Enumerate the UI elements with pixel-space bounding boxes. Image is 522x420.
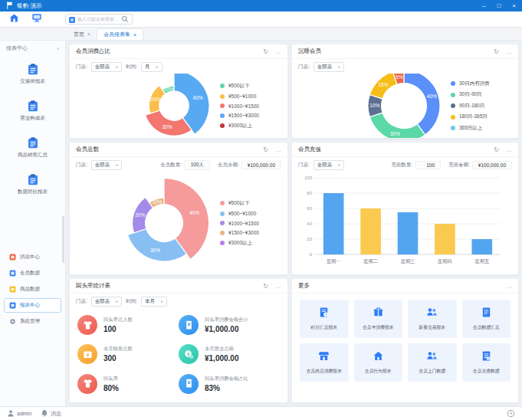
clipboard-icon bbox=[27, 100, 39, 113]
legend-item[interactable]: ¥1500~¥3000 bbox=[220, 113, 281, 118]
legend-item[interactable]: 30日内有消费 bbox=[451, 80, 512, 87]
bar-星期四[interactable] bbox=[435, 224, 455, 254]
report-tile[interactable]: 积分汇总报表 bbox=[300, 300, 349, 338]
report-tile-label: 积分汇总报表 bbox=[310, 324, 337, 331]
sidebar-scrollbar[interactable] bbox=[62, 215, 64, 263]
store-select[interactable]: 全部店▼ bbox=[314, 160, 344, 170]
legend-item[interactable]: ¥1000~¥1500 bbox=[220, 221, 281, 226]
legend-item[interactable]: ¥1000~¥1500 bbox=[220, 103, 281, 109]
store-select[interactable]: 全部店▼ bbox=[314, 62, 344, 72]
legend-item[interactable]: 365日以上 bbox=[451, 125, 512, 132]
member-recharge-bar-chart[interactable]: 020406080100星期一星期二星期三星期四星期五 bbox=[295, 172, 507, 268]
legend-item[interactable]: 30日-90日 bbox=[451, 91, 512, 98]
legend-label: 90日-180日 bbox=[459, 103, 484, 110]
store-select[interactable]: 月▼ bbox=[141, 62, 162, 72]
bar-星期三[interactable] bbox=[398, 212, 419, 254]
more-icon[interactable]: … bbox=[506, 48, 512, 55]
messages-group[interactable]: 消息 bbox=[41, 409, 61, 418]
messages-label: 消息 bbox=[51, 410, 61, 418]
pie-slice-label: 30% bbox=[150, 248, 160, 253]
stat-card-value: ¥1,000.00 bbox=[205, 325, 248, 333]
report-tile[interactable]: 新客交易报表 bbox=[408, 300, 457, 338]
panel-filters: 门店:全部店▼会员数量:100人会员余额:¥100,000.00 bbox=[70, 157, 287, 172]
more-icon[interactable]: … bbox=[275, 146, 281, 153]
legend-dot-icon bbox=[220, 103, 225, 108]
select-value: 全部店 bbox=[95, 298, 110, 305]
bar-星期五[interactable] bbox=[471, 239, 492, 254]
legend-item[interactable]: ¥3000以上 bbox=[220, 123, 281, 130]
panel-title: 会员总数 bbox=[76, 146, 99, 153]
refresh-icon[interactable]: ↻ bbox=[263, 146, 268, 153]
store-select[interactable]: 全部店▼ bbox=[91, 62, 122, 72]
tab-member-reports[interactable]: 会员报表集 × bbox=[97, 28, 143, 40]
sidebar-report-item[interactable]: 商品销售汇总 bbox=[18, 136, 48, 159]
legend-item[interactable]: 90日-180日 bbox=[451, 103, 512, 110]
pie-slice[interactable] bbox=[404, 74, 440, 135]
legend-item[interactable]: ¥1500~¥3000 bbox=[220, 230, 281, 235]
legend-item[interactable]: ¥500~¥1000 bbox=[220, 94, 281, 99]
sidebar-report-item[interactable]: 营业构成表 bbox=[20, 100, 45, 122]
more-icon[interactable]: … bbox=[506, 146, 512, 153]
refresh-icon[interactable]: ↻ bbox=[494, 146, 499, 153]
search-input[interactable]: 输入功能名称搜索… bbox=[65, 14, 133, 25]
report-tile[interactable]: ¥会员充值数据 bbox=[462, 343, 511, 382]
tab-close-icon[interactable]: × bbox=[87, 31, 90, 37]
refresh-icon[interactable]: ↻ bbox=[263, 283, 268, 290]
more-icon[interactable]: … bbox=[275, 48, 281, 55]
member-consume-donut-chart[interactable]: 40%30%20%10% bbox=[137, 74, 211, 138]
stat-value: 100人 bbox=[184, 160, 210, 170]
monitor-icon[interactable] bbox=[31, 12, 42, 26]
clock-icon[interactable] bbox=[507, 409, 515, 418]
legend-item[interactable]: 180日-365日 bbox=[451, 113, 512, 120]
bar-星期二[interactable] bbox=[360, 208, 381, 254]
user-group[interactable]: admin bbox=[7, 409, 31, 418]
home-icon[interactable] bbox=[9, 12, 19, 26]
clipboard-icon bbox=[27, 63, 39, 75]
collapse-icon[interactable]: ‹ bbox=[57, 45, 59, 52]
minimize-button[interactable]: – bbox=[482, 3, 485, 9]
search-icon[interactable] bbox=[121, 12, 129, 26]
gear-icon bbox=[9, 318, 16, 325]
tshirt-icon bbox=[82, 378, 94, 389]
sidebar-item-4[interactable]: 系统管理 bbox=[4, 314, 61, 329]
tab-close-icon[interactable]: × bbox=[133, 32, 136, 38]
store-select[interactable]: 全部店▼ bbox=[91, 297, 122, 307]
more-icon[interactable]: … bbox=[275, 283, 281, 290]
more-icon[interactable]: … bbox=[506, 283, 512, 290]
close-button[interactable]: × bbox=[512, 3, 516, 9]
sleeping-members-donut-chart[interactable]: 40%30%10%15%5% bbox=[366, 74, 442, 138]
sidebar-item-0[interactable]: 消息中心 bbox=[4, 250, 61, 264]
report-tile[interactable]: 会员跨店消费报表 bbox=[300, 343, 349, 382]
sidebar-item-2[interactable]: 商品数据 bbox=[4, 282, 61, 297]
tab-home[interactable]: 首页 × bbox=[67, 28, 97, 40]
search-app-icon bbox=[69, 12, 75, 26]
legend-item[interactable]: ¥500以下 bbox=[220, 200, 281, 207]
bar-星期一[interactable] bbox=[323, 193, 344, 254]
stat-value: ¥100,000.00 bbox=[241, 161, 281, 169]
y-tick-label: 40 bbox=[307, 221, 312, 226]
sidebar-report-item[interactable]: 交接班报表 bbox=[20, 63, 45, 85]
clipboard-icon bbox=[27, 173, 39, 186]
legend-item[interactable]: ¥500~¥1000 bbox=[220, 211, 281, 216]
report-tile[interactable]: 会员数据汇总 bbox=[462, 300, 511, 338]
sidebar-report-item[interactable]: 数据对比报表 bbox=[18, 173, 48, 195]
report-tile[interactable]: 会员卡消费报表 bbox=[354, 300, 403, 338]
maximize-button[interactable]: □ bbox=[497, 3, 501, 9]
sidebar-item-1[interactable]: 会员数据 bbox=[4, 266, 61, 281]
stat-card-label: 回头率消费金额合计 bbox=[205, 317, 248, 323]
member-total-donut-chart[interactable]: 40%30%20%10% bbox=[117, 176, 211, 270]
report-tile[interactable]: 会员行为报表 bbox=[354, 343, 403, 382]
refresh-icon[interactable]: ↻ bbox=[494, 48, 499, 55]
refresh-icon[interactable]: ↻ bbox=[263, 48, 268, 55]
pie-slice[interactable] bbox=[146, 110, 192, 136]
pie-slice[interactable] bbox=[127, 229, 186, 261]
home-icon bbox=[373, 350, 384, 365]
store-select[interactable]: 本月▼ bbox=[141, 297, 167, 307]
receipt-icon: ¥ bbox=[179, 374, 199, 394]
legend-item[interactable]: ¥500以下 bbox=[220, 83, 281, 90]
store-select[interactable]: 全部店▼ bbox=[91, 160, 122, 170]
select-value: 全部店 bbox=[317, 64, 333, 71]
sidebar-item-3[interactable]: 报表中心 bbox=[4, 298, 61, 313]
legend-item[interactable]: ¥3000以上 bbox=[220, 240, 281, 247]
report-tile[interactable]: 会员上门数据 bbox=[408, 343, 457, 382]
